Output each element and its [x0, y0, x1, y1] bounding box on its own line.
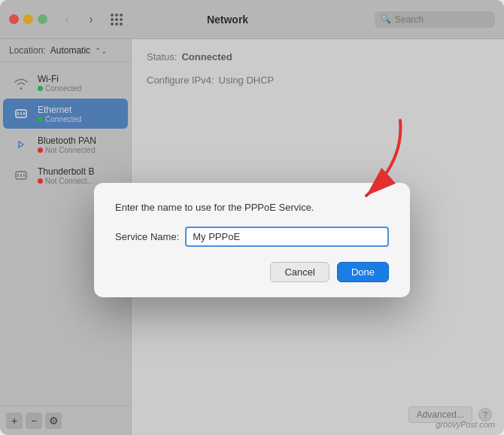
main-window: ‹ › Network 🔍 Search Location: Automatic… — [0, 0, 504, 435]
dialog-buttons: Cancel Done — [115, 262, 389, 282]
dialog-overlay: Enter the name to use for the PPPoE Serv… — [0, 0, 504, 435]
done-button[interactable]: Done — [337, 262, 389, 282]
dialog-field-row: Service Name: — [115, 227, 389, 247]
dialog-box: Enter the name to use for the PPPoE Serv… — [94, 183, 410, 297]
service-name-label: Service Name: — [115, 231, 179, 242]
service-name-input[interactable] — [185, 227, 389, 247]
dialog-message: Enter the name to use for the PPPoE Serv… — [115, 201, 389, 214]
cancel-button[interactable]: Cancel — [270, 262, 329, 282]
